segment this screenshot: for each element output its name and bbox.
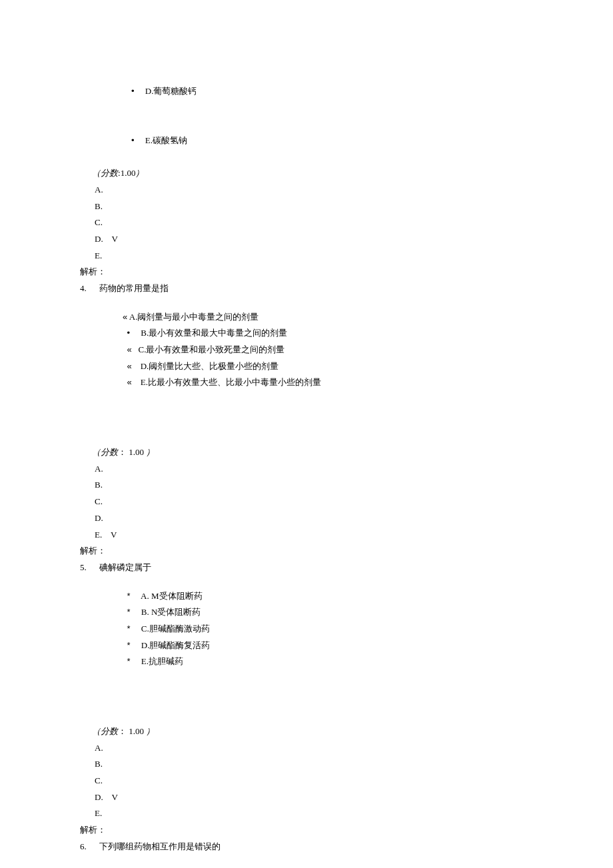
q3-answer-b: B. [80, 199, 533, 215]
spacer [80, 855, 533, 867]
q3-answer-d: D. V [80, 231, 533, 248]
bullet-dot-icon: • [131, 133, 135, 149]
q4-answer-c: C. [80, 494, 533, 510]
bullet-star-icon: * [127, 653, 131, 670]
question-stem: 药物的常用量是指 [99, 283, 169, 293]
option-text: C.最小有效量和最小致死量之间的剂量 [138, 344, 285, 354]
q4-answer-b: B. [80, 477, 533, 494]
q4-heading: 4. 药物的常用量是指 [80, 280, 533, 297]
bullet-star-icon: * [127, 638, 131, 654]
q3-answer-e: E. [80, 248, 533, 264]
answer-label: A. [95, 743, 103, 753]
q4-answer-e: E. V [80, 527, 533, 544]
spacer [80, 391, 533, 444]
answer-label: B. [95, 480, 103, 490]
answer-label: A. [95, 185, 103, 195]
q5-answer-b: B. [80, 756, 533, 773]
q3-explanation: 解析： [80, 264, 533, 280]
check-mark-icon: V [111, 234, 117, 244]
bullet-quote-icon: « [127, 342, 132, 358]
question-stem: 下列哪组药物相互作用是错误的 [99, 841, 221, 851]
score-colon: ： [118, 726, 127, 736]
score-prefix: （分数 [92, 726, 118, 736]
option-text: E.抗胆碱药 [141, 656, 183, 666]
bullet-dot-icon: • [131, 83, 135, 100]
q5-option-c: * C.胆碱酯酶激动药 [80, 621, 533, 638]
q5-answer-e: E. [80, 805, 533, 822]
spacer [80, 670, 533, 723]
option-text: E.比最小有效量大些、比最小中毒量小些的剂量 [141, 377, 321, 387]
q4-option-e: « E.比最小有效量大些、比最小中毒量小些的剂量 [80, 374, 533, 391]
option-text: B. N受体阻断药 [141, 607, 201, 617]
q3-score: （分数:1.00） [80, 165, 533, 182]
score-prefix: （分数 [92, 168, 118, 178]
q5-answer-d: D. V [80, 789, 533, 806]
score-suffix: ） [146, 447, 155, 457]
option-text: C.胆碱酯酶激动药 [141, 624, 210, 634]
answer-label: C. [95, 496, 103, 506]
answer-label: B. [95, 201, 103, 211]
bullet-quote-icon: « [127, 358, 132, 375]
score-colon: ： [118, 447, 127, 457]
q3-option-e: • E.碳酸氢钠 [80, 116, 533, 165]
q4-option-d: « D.阈剂量比大些、比极量小些的剂量 [80, 358, 533, 375]
score-suffix: ） [146, 726, 155, 736]
score-suffix: ） [135, 168, 144, 178]
q5-heading: 5. 碘解磷定属于 [80, 560, 533, 576]
option-text: E.碳酸氢钠 [145, 135, 187, 145]
q3-answer-a: A. [80, 182, 533, 199]
answer-label: E. [95, 250, 102, 260]
q4-option-a: « A.阈剂量与最小中毒量之间的剂量 [80, 309, 533, 326]
bullet-dot-icon: • [127, 325, 131, 342]
score-value: 1.00 [129, 447, 146, 457]
q4-explanation: 解析： [80, 543, 533, 560]
option-text: A. M受体阻断药 [141, 591, 202, 601]
answer-label: E. [95, 530, 102, 540]
q4-answer-d: D. [80, 510, 533, 527]
bullet-star-icon: * [127, 604, 131, 621]
document-page: • D.葡萄糖酸钙 • E.碳酸氢钠 （分数:1.00） A. B. C. D.… [0, 0, 613, 868]
check-mark-icon: V [111, 530, 117, 540]
answer-label: D. [95, 234, 103, 244]
bullet-quote-icon: « [123, 309, 127, 326]
q6-heading: 6. 下列哪组药物相互作用是错误的 [80, 839, 533, 855]
answer-label: E. [95, 808, 102, 818]
bullet-quote-icon: « [127, 374, 132, 391]
q5-option-d: * D.胆碱酯酶复活药 [80, 638, 533, 654]
score-value: 1.00 [129, 726, 146, 736]
option-text: A.阈剂量与最小中毒量之间的剂量 [129, 312, 259, 322]
bullet-star-icon: * [127, 588, 131, 605]
check-mark-icon: V [111, 792, 117, 802]
answer-label: A. [95, 464, 103, 474]
q5-answer-a: A. [80, 740, 533, 757]
q5-option-b: * B. N受体阻断药 [80, 604, 533, 621]
qnum-sep: . [85, 841, 87, 851]
option-text: B.最小有效量和最大中毒量之间的剂量 [141, 328, 287, 338]
q3-option-d: • D.葡萄糖酸钙 [80, 67, 533, 116]
answer-label: B. [95, 759, 103, 769]
q5-option-a: * A. M受体阻断药 [80, 588, 533, 605]
spacer [80, 576, 533, 588]
q3-answer-c: C. [80, 215, 533, 231]
answer-label: D. [95, 513, 103, 523]
question-stem: 碘解磷定属于 [99, 562, 151, 572]
score-value: 1.00 [121, 168, 136, 178]
q5-answer-c: C. [80, 773, 533, 789]
bullet-star-icon: * [127, 621, 131, 638]
qnum-sep: . [85, 283, 87, 293]
option-text: D.阈剂量比大些、比极量小些的剂量 [141, 361, 279, 371]
answer-label: D. [95, 792, 103, 802]
score-prefix: （分数 [92, 447, 118, 457]
qnum-sep: . [85, 562, 87, 572]
option-text: D.胆碱酯酶复活药 [141, 640, 211, 650]
q5-explanation: 解析： [80, 822, 533, 839]
q4-answer-a: A. [80, 461, 533, 478]
q5-option-e: * E.抗胆碱药 [80, 653, 533, 670]
answer-label: C. [95, 217, 103, 227]
option-text: D.葡萄糖酸钙 [145, 86, 197, 96]
q4-option-b: • B.最小有效量和最大中毒量之间的剂量 [80, 325, 533, 342]
q4-option-c: « C.最小有效量和最小致死量之间的剂量 [80, 342, 533, 358]
answer-label: C. [95, 775, 103, 785]
q4-score: （分数： 1.00 ） [80, 444, 533, 461]
spacer [80, 297, 533, 309]
